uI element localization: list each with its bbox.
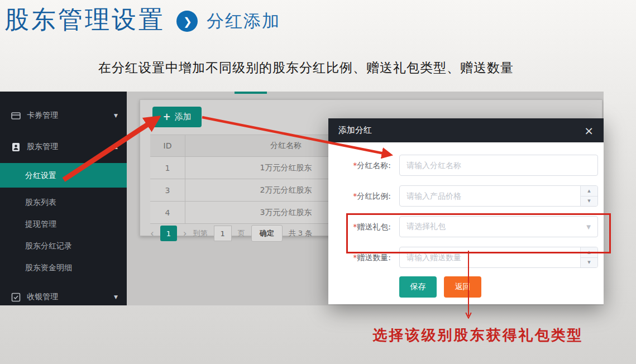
checkbox-icon bbox=[11, 293, 21, 302]
sidebar-subitem-label: 提现管理 bbox=[25, 219, 56, 228]
goto-page-input[interactable]: 1 bbox=[214, 226, 232, 241]
gift-field-wrap: 请选择礼包 ▼ bbox=[399, 216, 598, 237]
sidebar-subitem-fund-details[interactable]: 股东资金明细 bbox=[0, 256, 127, 279]
spinner-down-icon[interactable]: ▼ bbox=[581, 257, 597, 268]
sidebar-item-shareholder-management[interactable]: 股东管理 ▲ bbox=[0, 138, 127, 156]
form-row-gift: *赠送礼包: 请选择礼包 ▼ bbox=[328, 216, 604, 237]
sidebar-subitem-label: 股东列表 bbox=[25, 198, 56, 207]
field-label: *赠送数量: bbox=[328, 247, 391, 268]
close-icon[interactable]: × bbox=[584, 125, 594, 136]
page-unit-label: 页 bbox=[238, 228, 245, 238]
add-dividend-modal: 添加分红 × *分红名称: *分红比例: ▲ ▼ *赠送礼包: 请选择礼包 ▼ … bbox=[328, 118, 604, 304]
card-icon bbox=[11, 111, 21, 121]
sidebar-item-label: 收银管理 bbox=[27, 292, 58, 302]
select-caret-icon: ▼ bbox=[586, 224, 591, 230]
field-label-text: 分红比例: bbox=[357, 191, 391, 200]
annotation-note: 选择该级别股东获得礼包类型 bbox=[351, 325, 605, 345]
field-label: *分红比例: bbox=[328, 185, 391, 207]
modal-title: 添加分红 bbox=[338, 125, 372, 136]
caret-down-icon: ▼ bbox=[114, 294, 118, 300]
add-button[interactable]: + 添加 bbox=[152, 107, 202, 127]
chevron-glyph: ❯ bbox=[183, 15, 192, 27]
sidebar-item-cashier-management[interactable]: 收银管理 ▼ bbox=[0, 288, 127, 305]
chevron-right-circle-icon: ❯ bbox=[176, 11, 198, 32]
plus-icon: + bbox=[162, 112, 170, 122]
page-title: 股东管理设置 bbox=[4, 3, 165, 36]
active-tab-indicator-fragment bbox=[235, 92, 267, 94]
number-spinner: ▲ ▼ bbox=[580, 186, 597, 206]
gift-package-select[interactable]: 请选择礼包 ▼ bbox=[399, 216, 598, 237]
dividend-ratio-input[interactable] bbox=[399, 185, 598, 207]
field-label-text: 赠送礼包: bbox=[357, 222, 391, 231]
description-text: 在分红设置中增加不同级别的股东分红比例、赠送礼包类型、赠送数量 bbox=[98, 59, 514, 76]
form-row-ratio: *分红比例: ▲ ▼ bbox=[328, 185, 604, 207]
pagination: ‹ 1 › 到第 1 页 确定 共 3 条 bbox=[150, 225, 312, 242]
page-subtitle: 分红添加 bbox=[207, 9, 280, 33]
number-spinner: ▲ ▼ bbox=[580, 247, 597, 267]
field-label: *赠送礼包: bbox=[328, 216, 391, 237]
spinner-up-icon[interactable]: ▲ bbox=[581, 186, 597, 196]
caret-down-icon: ▼ bbox=[114, 113, 118, 118]
dividend-name-input[interactable] bbox=[399, 155, 598, 176]
caret-up-icon: ▲ bbox=[114, 144, 118, 150]
back-button[interactable]: 返回 bbox=[444, 276, 481, 298]
cell-id: 4 bbox=[150, 202, 185, 223]
sidebar-item-label: 卡券管理 bbox=[27, 111, 58, 121]
cell-id: 1 bbox=[150, 157, 185, 179]
confirm-page-button[interactable]: 确定 bbox=[251, 225, 283, 242]
form-row-name: *分红名称: bbox=[328, 155, 604, 176]
sidebar-subitem-shareholder-list[interactable]: 股东列表 bbox=[0, 191, 127, 213]
sidebar-subitem-dividend-records[interactable]: 股东分红记录 bbox=[0, 234, 127, 257]
page-header: 股东管理设置 ❯ 分红添加 bbox=[4, 3, 280, 36]
sidebar-subitem-withdrawal-management[interactable]: 提现管理 bbox=[0, 213, 127, 235]
sidebar-item-label: 股东管理 bbox=[27, 142, 58, 152]
field-label-text: 赠送数量: bbox=[357, 253, 391, 262]
sidebar-subitem-label: 股东分红记录 bbox=[25, 241, 72, 250]
prev-page-button[interactable]: ‹ bbox=[150, 229, 154, 238]
ratio-field-wrap: ▲ ▼ bbox=[399, 185, 598, 207]
current-page-button[interactable]: 1 bbox=[160, 226, 177, 241]
sidebar-subitem-dividend-settings[interactable]: 分红设置 bbox=[0, 163, 127, 188]
field-label: *分红名称: bbox=[328, 155, 391, 176]
name-field-wrap bbox=[399, 155, 598, 176]
sidebar-subitem-label: 股东资金明细 bbox=[25, 263, 72, 272]
cell-id: 3 bbox=[150, 179, 185, 201]
quantity-field-wrap: ▲ ▼ bbox=[399, 247, 598, 268]
form-row-quantity: *赠送数量: ▲ ▼ bbox=[328, 247, 604, 268]
modal-footer-buttons: 保存 返回 bbox=[399, 276, 481, 298]
spinner-down-icon[interactable]: ▼ bbox=[581, 196, 597, 207]
contacts-icon bbox=[11, 142, 21, 152]
modal-header: 添加分红 × bbox=[328, 118, 604, 142]
sidebar-item-card-management[interactable]: 卡券管理 ▼ bbox=[0, 107, 127, 124]
column-header-id: ID bbox=[150, 135, 185, 156]
gift-quantity-input[interactable] bbox=[399, 247, 598, 268]
select-placeholder: 请选择礼包 bbox=[407, 222, 446, 232]
total-count-label: 共 3 条 bbox=[289, 228, 313, 238]
spinner-up-icon[interactable]: ▲ bbox=[581, 247, 597, 257]
sidebar: 卡券管理 ▼ 股东管理 ▲ 分红设置 股东列表 提现管理 股东分红记录 股东资金… bbox=[0, 92, 127, 305]
add-button-label: 添加 bbox=[175, 112, 192, 122]
field-label-text: 分红名称: bbox=[357, 161, 391, 170]
save-button[interactable]: 保存 bbox=[399, 276, 437, 298]
sidebar-subitem-label: 分红设置 bbox=[25, 171, 56, 180]
goto-label: 到第 bbox=[193, 228, 208, 238]
next-page-button[interactable]: › bbox=[183, 229, 187, 238]
